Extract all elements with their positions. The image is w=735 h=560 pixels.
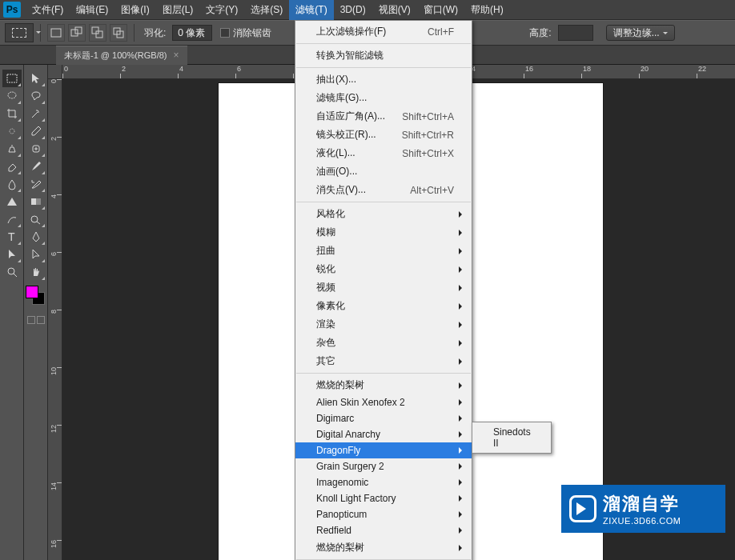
menu-filter[interactable]: 滤镜(T) [289,0,333,20]
play-icon [569,495,596,522]
menu-3d[interactable]: 3D(D) [334,1,372,18]
lasso-tool[interactable] [26,87,46,105]
blur-tool[interactable] [2,175,22,193]
menu-item[interactable]: Grain Surgery 2 [295,458,472,474]
menu-item[interactable]: 油画(O)... [295,162,472,181]
menu-view[interactable]: 视图(V) [372,0,417,20]
menu-item[interactable]: 渲染 [295,315,472,334]
menu-separator [296,67,471,68]
triangle-shape-tool[interactable] [2,193,22,210]
ruler-origin[interactable] [48,65,62,79]
svg-rect-11 [7,74,17,82]
menu-separator [296,43,471,44]
svg-point-15 [8,268,14,274]
selection-intersect-icon[interactable] [110,24,127,42]
watermark-title: 溜溜自学 [603,492,681,516]
brush-tool[interactable] [26,158,46,175]
menu-item[interactable]: DragonFly [295,442,472,458]
antialias-label: 消除锯齿 [233,26,271,40]
menu-item[interactable]: 模糊 [295,223,472,242]
path-selection-tool[interactable] [26,246,46,263]
menu-item[interactable]: 上次滤镜操作(F)Ctrl+F [295,22,472,41]
gradient-tool[interactable] [26,193,46,210]
ruler-vertical[interactable]: 0246810121416 [48,79,62,560]
foreground-color-swatch[interactable] [26,286,38,298]
menu-item[interactable]: 燃烧的梨树 [295,376,472,394]
menu-item[interactable]: 消失点(V)...Alt+Ctrl+V [295,181,472,199]
pen-tool[interactable] [26,228,46,246]
healing-brush-tool[interactable] [26,140,46,158]
menu-layer[interactable]: 图层(L) [156,0,200,20]
pen-freeform-tool[interactable] [2,210,22,228]
menu-item[interactable]: 滤镜库(G)... [295,89,472,107]
menu-item[interactable]: Redfield [295,522,472,538]
move-tool[interactable] [26,70,46,87]
hand-tool[interactable] [26,263,46,281]
menu-item[interactable]: 锐化 [295,260,472,278]
menu-item[interactable]: 抽出(X)... [295,70,472,89]
zoom-tool[interactable] [2,263,22,281]
app-logo: Ps [3,2,21,18]
menu-select[interactable]: 选择(S) [244,0,289,20]
height-input[interactable] [558,25,593,41]
menu-item[interactable]: 转换为智能滤镜 [295,46,472,65]
svg-rect-0 [51,29,61,37]
filter-menu-dropdown: 上次滤镜操作(F)Ctrl+F转换为智能滤镜抽出(X)...滤镜库(G)...自… [295,20,472,560]
menu-item[interactable]: Panopticum [295,506,472,522]
menu-item[interactable]: 扭曲 [295,242,472,260]
menu-item[interactable]: Knoll Light Factory [295,490,472,506]
menu-window[interactable]: 窗口(W) [417,0,464,20]
menu-item[interactable]: 视频 [295,278,472,297]
menu-item[interactable]: Digital Anarchy [295,426,472,442]
history-brush-tool[interactable] [26,175,46,193]
svg-point-12 [8,92,16,98]
marquee-tool[interactable] [2,70,22,87]
eyedropper-tool[interactable] [26,122,46,140]
menu-item[interactable]: 镜头校正(R)...Shift+Ctrl+R [295,126,472,144]
menu-item[interactable]: Imagenomic [295,474,472,490]
menu-item[interactable]: Digimarc [295,410,472,426]
menu-item[interactable]: 风格化 [295,205,472,223]
magic-wand-tool[interactable] [26,105,46,122]
antialias-checkbox[interactable]: 消除锯齿 [220,26,271,40]
svg-rect-1 [71,30,78,36]
feather-input[interactable] [172,25,212,41]
selection-new-icon[interactable] [47,24,65,42]
clone-stamp-tool[interactable] [2,140,22,158]
menu-type[interactable]: 文字(Y) [199,0,244,20]
menu-item[interactable]: Alien Skin Xenofex 2 [295,394,472,410]
refine-edge-button[interactable]: 调整边缘... [606,25,675,41]
watermark-url: ZIXUE.3D66.COM [603,516,681,526]
tools-panel [24,65,48,560]
menu-item[interactable]: 自适应广角(A)...Shift+Ctrl+A [295,107,472,126]
close-icon[interactable]: × [174,50,179,61]
menu-file[interactable]: 文件(F) [26,0,70,20]
menu-item[interactable]: 其它 [295,352,472,370]
text-tool[interactable]: T [2,228,22,246]
menu-edit[interactable]: 编辑(E) [70,0,114,20]
menu-help[interactable]: 帮助(H) [464,0,510,20]
tool-preset-picker[interactable] [5,23,34,42]
menu-item[interactable]: 像素化 [295,297,472,315]
dodge-tool[interactable] [26,210,46,228]
menu-item[interactable]: 杂色 [295,334,472,352]
svg-point-13 [10,129,14,134]
menu-item[interactable]: 液化(L)...Shift+Ctrl+X [295,144,472,162]
selection-add-icon[interactable] [68,24,86,42]
color-swatches[interactable] [26,286,46,308]
document-title: 未标题-1 @ 100%(RGB/8) [64,50,167,62]
svg-rect-3 [92,27,98,34]
menu-image[interactable]: 图像(I) [114,0,155,20]
crop-tool[interactable] [2,105,22,122]
document-tab[interactable]: 未标题-1 @ 100%(RGB/8) × [56,46,187,65]
spot-healing-tool[interactable] [2,122,22,140]
submenu-item-sinedots[interactable]: Sinedots II [472,424,551,451]
direct-selection-tool[interactable] [2,246,22,263]
selection-subtract-icon[interactable] [89,24,106,42]
svg-point-10 [31,216,38,222]
height-label: 高度: [529,26,551,40]
menu-item[interactable]: 燃烧的梨树 [295,538,472,557]
lasso-tool-2[interactable] [2,87,22,105]
eraser-tool[interactable] [2,158,22,175]
screen-mode-toggles[interactable] [27,316,45,324]
